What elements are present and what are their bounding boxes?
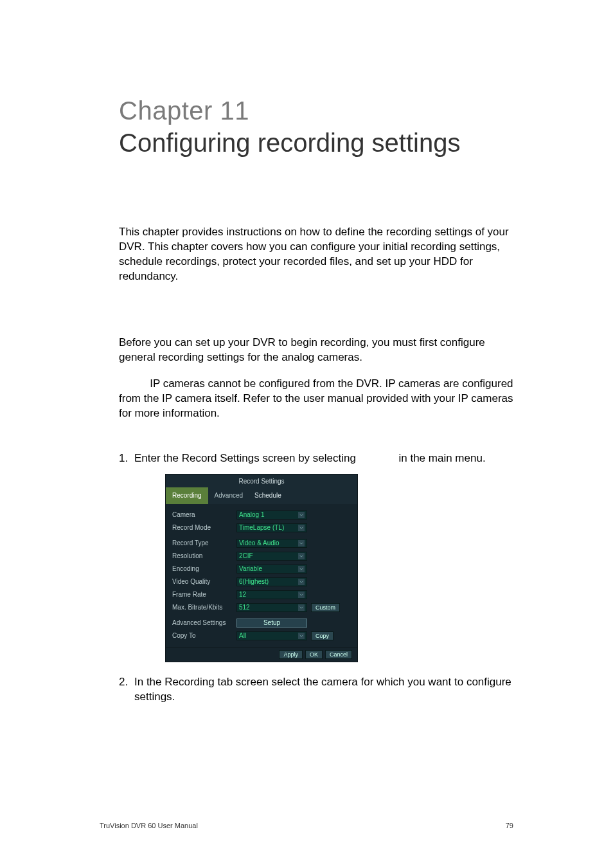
field-record-mode[interactable]: TimeLapse (TL) xyxy=(236,523,307,532)
value-encoding: Variable xyxy=(239,565,262,574)
row-resolution: Resolution 2CIF xyxy=(172,550,351,562)
label-encoding: Encoding xyxy=(172,565,236,574)
chevron-down-icon[interactable] xyxy=(298,512,305,518)
cancel-button[interactable]: Cancel xyxy=(325,650,352,659)
step-number: 2. xyxy=(119,675,134,705)
label-max-bitrate: Max. Bitrate/Kbits xyxy=(172,603,236,612)
row-record-type: Record Type Video & Audio xyxy=(172,538,351,549)
document-page: Chapter 11 Configuring recording setting… xyxy=(0,0,613,868)
field-max-bitrate[interactable]: 512 xyxy=(236,603,307,612)
dvr-body: Camera Analog 1 Record Mode TimeLapse (T… xyxy=(166,504,357,647)
field-frame-rate[interactable]: 12 xyxy=(236,590,307,599)
dvr-window-title: Record Settings xyxy=(238,478,284,485)
dvr-footer-buttons: Apply OK Cancel xyxy=(166,647,357,662)
step-number: 1. xyxy=(119,451,134,668)
section-initializing: Before you can set up your DVR to begin … xyxy=(119,336,513,421)
dvr-header: Record Settings xyxy=(166,475,357,486)
label-resolution: Resolution xyxy=(172,552,236,561)
chapter-intro-paragraph: This chapter provides instructions on ho… xyxy=(119,225,513,284)
chevron-down-icon[interactable] xyxy=(298,592,305,598)
row-record-mode: Record Mode TimeLapse (TL) xyxy=(172,522,351,534)
step-body: Enter the Record Settings screen by sele… xyxy=(134,451,513,668)
step-2: 2. In the Recording tab screen select th… xyxy=(119,675,513,705)
field-resolution[interactable]: 2CIF xyxy=(236,552,307,561)
chapter-heading-block: Chapter 11 Configuring recording setting… xyxy=(119,96,513,158)
step-1-text: Enter the Record Settings screen by sele… xyxy=(134,451,513,466)
chevron-down-icon[interactable] xyxy=(298,566,305,572)
field-copy-to[interactable]: All xyxy=(236,631,307,640)
field-encoding[interactable]: Variable xyxy=(236,565,307,574)
value-resolution: 2CIF xyxy=(239,552,253,561)
row-video-quality: Video Quality 6(Highest) xyxy=(172,576,351,588)
field-record-type[interactable]: Video & Audio xyxy=(236,539,307,548)
label-advanced-settings: Advanced Settings xyxy=(172,619,236,628)
chapter-title: Configuring recording settings xyxy=(119,128,513,158)
note-paragraph: Note: IP cameras cannot be configured fr… xyxy=(119,377,513,421)
value-record-type: Video & Audio xyxy=(239,539,280,548)
note-label: Note: xyxy=(119,377,147,390)
value-copy-to: All xyxy=(239,631,246,640)
chevron-down-icon[interactable] xyxy=(298,540,305,547)
row-frame-rate: Frame Rate 12 xyxy=(172,589,351,601)
note-text: IP cameras cannot be configured from the… xyxy=(119,377,513,419)
row-max-bitrate: Max. Bitrate/Kbits 512 Custom xyxy=(172,602,351,613)
field-camera[interactable]: Analog 1 xyxy=(236,511,307,520)
tab-recording[interactable]: Recording xyxy=(166,487,208,504)
label-record-mode: Record Mode xyxy=(172,523,236,532)
row-advanced-settings: Advanced Settings Setup xyxy=(172,617,351,629)
row-copy-to: Copy To All Copy xyxy=(172,630,351,642)
value-camera: Analog 1 xyxy=(239,511,264,520)
chapter-label: Chapter 11 xyxy=(119,96,513,125)
copy-button[interactable]: Copy xyxy=(311,631,333,640)
custom-button[interactable]: Custom xyxy=(311,603,340,612)
footer-left: TruVision DVR 60 User Manual xyxy=(100,822,198,829)
footer-page-number: 79 xyxy=(506,822,513,829)
steps-list: 1. Enter the Record Settings screen by s… xyxy=(119,451,513,704)
step-1-text-c: in the main menu. xyxy=(398,451,485,466)
step-2-text: In the Recording tab screen select the c… xyxy=(134,675,513,705)
label-frame-rate: Frame Rate xyxy=(172,590,236,599)
label-record-type: Record Type xyxy=(172,539,236,548)
section-paragraph: Before you can set up your DVR to begin … xyxy=(119,336,513,365)
row-camera: Camera Analog 1 xyxy=(172,509,351,521)
value-record-mode: TimeLapse (TL) xyxy=(239,523,284,532)
chevron-down-icon[interactable] xyxy=(298,604,305,611)
page-footer: TruVision DVR 60 User Manual 79 xyxy=(100,822,513,829)
chevron-down-icon[interactable] xyxy=(298,525,305,531)
chevron-down-icon[interactable] xyxy=(298,579,305,585)
step-1-text-a: Enter the Record Settings screen by sele… xyxy=(134,451,356,466)
chevron-down-icon[interactable] xyxy=(298,553,305,559)
label-camera: Camera xyxy=(172,511,236,520)
tab-schedule[interactable]: Schedule xyxy=(249,487,287,504)
dvr-window: Record Settings Recording Advanced Sched… xyxy=(165,474,358,662)
step-1: 1. Enter the Record Settings screen by s… xyxy=(119,451,513,668)
step-1-record-word: Record xyxy=(356,451,399,466)
tab-advanced[interactable]: Advanced xyxy=(208,487,249,504)
value-max-bitrate: 512 xyxy=(239,603,250,612)
ok-button[interactable]: OK xyxy=(305,650,323,659)
value-video-quality: 6(Highest) xyxy=(239,577,269,586)
setup-button[interactable]: Setup xyxy=(236,619,307,628)
label-video-quality: Video Quality xyxy=(172,577,236,586)
chevron-down-icon[interactable] xyxy=(298,633,305,639)
value-frame-rate: 12 xyxy=(239,590,246,599)
dvr-tabs: Recording Advanced Schedule xyxy=(166,486,357,504)
apply-button[interactable]: Apply xyxy=(279,650,303,659)
record-settings-screenshot: Record Settings Recording Advanced Sched… xyxy=(165,474,513,662)
label-copy-to: Copy To xyxy=(172,631,236,640)
row-encoding: Encoding Variable xyxy=(172,563,351,575)
field-video-quality[interactable]: 6(Highest) xyxy=(236,577,307,586)
